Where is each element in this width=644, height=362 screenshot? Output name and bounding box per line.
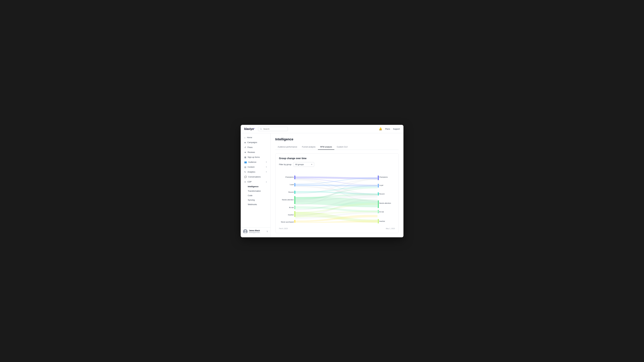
tab-audience-performance[interactable]: Audience performance xyxy=(275,144,300,150)
filter-row: Filter by group All groups ▾ xyxy=(279,162,395,167)
sidebar-item-analytics-label: Analytics xyxy=(248,171,255,173)
analytics-chevron-icon: ▾ xyxy=(266,171,267,173)
right-bar-recent xyxy=(378,192,379,195)
app-window: klaviyo■ 🔔 Plans Support ⌂ Home xyxy=(241,125,404,237)
left-bar-never-purchased xyxy=(294,220,295,222)
flows-icon: ↺ xyxy=(244,146,246,149)
content-area: Intelligence Audience performance Funnel… xyxy=(270,133,404,237)
analytics-icon: ↻ xyxy=(244,171,246,173)
left-bar-inactive xyxy=(294,211,295,217)
user-profile[interactable]: James Black twebb@jamesbl... ⇅ xyxy=(241,227,270,235)
sidebar-sub-item-intelligence[interactable]: Intelligence xyxy=(242,184,269,189)
main-layout: ⌂ Home ◈ Campaigns ↺ Flows ★ Reviews xyxy=(241,133,404,237)
sidebar-sub-item-transformation-label: Transformation xyxy=(248,190,261,192)
chart-title: Group change over time xyxy=(279,157,395,160)
sidebar-item-cdp[interactable]: ⊙ CDP ▴ xyxy=(242,180,269,184)
sidebar-sub-item-transformation[interactable]: Transformation xyxy=(242,189,269,193)
sidebar-item-content[interactable]: ▤ Content ▾ xyxy=(242,165,269,170)
date-end: May 1, 2023 xyxy=(386,228,395,229)
search-input[interactable] xyxy=(263,128,286,130)
sidebar-item-analytics[interactable]: ↻ Analytics ▾ xyxy=(242,170,269,174)
sidebar-sub-item-code-label: Code xyxy=(248,194,252,196)
left-bar-champions xyxy=(294,176,295,179)
filter-select[interactable]: All groups ▾ xyxy=(293,162,314,167)
filter-label: Filter by group xyxy=(279,163,292,166)
sidebar-item-home[interactable]: ⌂ Home xyxy=(242,135,269,140)
right-label-inactive: Inactive xyxy=(379,220,385,222)
sidebar-item-audience-label: Audience xyxy=(248,161,256,163)
search-bar[interactable] xyxy=(258,127,288,131)
sidebar-nav: ⌂ Home ◈ Campaigns ↺ Flows ★ Reviews xyxy=(241,135,270,227)
cdp-icon: ⊙ xyxy=(244,181,246,183)
notification-bell-icon[interactable]: 🔔 xyxy=(379,127,382,131)
right-bar-inactive xyxy=(378,219,379,223)
date-start: Feb 8, 2023 xyxy=(279,228,288,229)
filter-chevron-icon: ▾ xyxy=(311,164,312,166)
home-icon: ⌂ xyxy=(244,136,246,139)
sidebar-item-reviews[interactable]: ★ Reviews xyxy=(242,150,269,155)
left-label-inactive: Inactive xyxy=(288,214,294,216)
user-email: twebb@jamesbl... xyxy=(249,232,265,233)
right-label-at-risk: At risk xyxy=(379,211,384,212)
top-bar-right: 🔔 Plans Support xyxy=(379,127,400,131)
audience-icon: 👥 xyxy=(244,161,247,163)
left-label-champions: Champions xyxy=(285,176,294,178)
right-label-needs-attention: Needs attention xyxy=(379,202,391,204)
campaigns-icon: ◈ xyxy=(244,141,246,144)
tab-funnel-analysis[interactable]: Funnel analysis xyxy=(300,144,318,150)
left-label-loyal: Loyal xyxy=(290,183,294,185)
chart-card: Group change over time Filter by group A… xyxy=(275,153,399,233)
sidebar-item-conversations[interactable]: 💬 Conversations xyxy=(242,175,269,179)
right-label-recent: Recent xyxy=(379,193,385,195)
tab-custom-clv[interactable]: Custom CLV xyxy=(334,144,350,150)
sidebar-item-signup-forms[interactable]: ▦ Sign-up forms xyxy=(242,155,269,160)
sidebar-item-reviews-label: Reviews xyxy=(248,151,255,153)
user-info: James Black twebb@jamesbl... xyxy=(249,229,265,233)
left-label-needs-attention: Needs attention xyxy=(282,199,294,201)
sidebar-item-cdp-label: CDP xyxy=(248,181,252,183)
sidebar-item-campaigns-label: Campaigns xyxy=(248,141,257,144)
search-icon xyxy=(260,128,262,130)
left-label-at-risk: At risk xyxy=(289,206,294,208)
avatar xyxy=(243,229,248,234)
svg-point-3 xyxy=(244,230,246,232)
audience-chevron-icon: ▾ xyxy=(266,161,267,163)
left-bar-needs-attention xyxy=(294,196,295,204)
sidebar-item-flows[interactable]: ↺ Flows xyxy=(242,145,269,150)
right-label-champions: Champions xyxy=(379,176,388,178)
sidebar-item-forms-label: Sign-up forms xyxy=(248,156,260,158)
left-label-never-purchased: Never purchased xyxy=(281,221,294,223)
sidebar: ⌂ Home ◈ Campaigns ↺ Flows ★ Reviews xyxy=(241,133,270,237)
right-bar-needs-attention xyxy=(378,200,379,208)
user-name: James Black xyxy=(249,229,265,232)
left-bar-recent xyxy=(294,191,295,194)
sidebar-sub-item-code[interactable]: Code xyxy=(242,193,269,198)
sidebar-item-audience[interactable]: 👥 Audience ▾ xyxy=(242,160,269,165)
left-label-recent: Recent xyxy=(288,191,294,193)
support-link[interactable]: Support xyxy=(393,128,400,130)
sidebar-sub-item-syncing-label: Syncing xyxy=(248,199,255,201)
sidebar-sub-item-webhooks-label: Webhooks xyxy=(248,203,257,205)
date-row: Feb 8, 2023 May 1, 2023 xyxy=(279,228,395,229)
sidebar-sub-item-webhooks[interactable]: Webhooks xyxy=(242,202,269,206)
filter-select-value: All groups xyxy=(295,163,310,166)
tab-rfm-analysis[interactable]: RFM analysis xyxy=(318,144,334,150)
sidebar-item-flows-label: Flows xyxy=(248,146,253,148)
sidebar-sub-item-syncing[interactable]: Syncing xyxy=(242,198,269,202)
sankey-chart: Champions Loyal Recent Needs attention A… xyxy=(279,170,395,226)
sidebar-sub-item-intelligence-label: Intelligence xyxy=(248,185,258,188)
content-icon: ▤ xyxy=(244,166,246,168)
plans-link[interactable]: Plans xyxy=(385,128,390,130)
page-title: Intelligence xyxy=(275,137,399,141)
sidebar-item-conversations-label: Conversations xyxy=(248,176,261,178)
avatar-icon xyxy=(243,229,248,234)
tabs: Audience performance Funnel analysis RFM… xyxy=(275,144,399,150)
sidebar-item-home-label: Home xyxy=(247,136,252,139)
svg-point-0 xyxy=(260,128,262,130)
sidebar-item-campaigns[interactable]: ◈ Campaigns xyxy=(242,140,269,145)
svg-line-1 xyxy=(262,129,262,130)
logo: klaviyo■ xyxy=(244,127,254,131)
right-label-loyal: Loyal xyxy=(379,184,383,186)
right-bar-at-risk xyxy=(378,210,379,213)
top-bar: klaviyo■ 🔔 Plans Support xyxy=(241,125,404,133)
